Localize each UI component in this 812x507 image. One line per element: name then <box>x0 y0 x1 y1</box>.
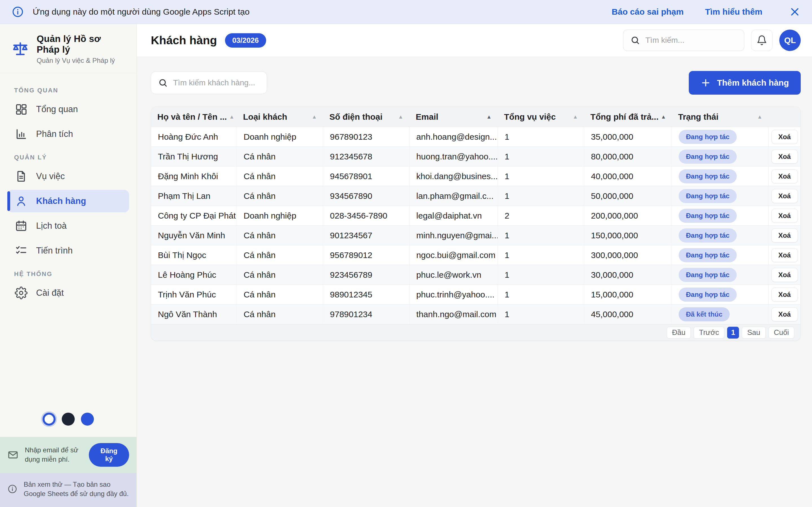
theme-dot-blue[interactable] <box>81 413 94 426</box>
cell-name: Công ty CP Đại Phát <box>151 206 237 225</box>
column-label: Trạng thái <box>678 112 718 122</box>
cell-cases: 1 <box>498 166 584 186</box>
checklist-icon <box>15 244 28 257</box>
status-badge: Đang hợp tác <box>679 248 737 262</box>
bell-icon <box>756 35 767 46</box>
delete-button[interactable]: Xoá <box>771 288 798 302</box>
info-circle-icon <box>7 484 17 494</box>
cell-type: Cá nhân <box>237 226 323 245</box>
table-row: Nguyễn Văn Minh Cá nhân 901234567 minh.n… <box>151 226 801 245</box>
sort-arrow-icon: ▲ <box>398 114 403 120</box>
cell-fees: 50,000,000 <box>584 186 672 206</box>
cell-status: Đang hợp tác <box>672 166 769 186</box>
avatar[interactable]: QL <box>779 30 801 51</box>
column-label: Số điện thoại <box>329 112 382 122</box>
delete-button[interactable]: Xoá <box>771 307 798 321</box>
cell-name: Nguyễn Văn Minh <box>151 226 237 245</box>
cell-cases: 1 <box>498 226 584 245</box>
calendar-icon <box>15 219 28 232</box>
column-header[interactable]: Loại khách ▲ <box>237 107 323 127</box>
column-header[interactable]: Trạng thái ▲ <box>672 107 769 127</box>
column-label: Họ và tên / Tên ... <box>157 112 227 122</box>
cell-phone: 912345678 <box>323 147 409 166</box>
table-row: Trần Thị Hương Cá nhân 912345678 huong.t… <box>151 147 801 166</box>
notifications-button[interactable] <box>751 30 772 51</box>
sidebar-item-lich-toa[interactable]: Lịch toà <box>7 215 129 237</box>
app-logo-block: Quản lý Hồ sơ Pháp lý Quản lý Vụ việc & … <box>0 24 137 73</box>
preview-note-text: Bản xem thử — Tạo bản sao Google Sheets … <box>24 480 129 499</box>
cell-phone: 967890123 <box>323 127 409 147</box>
cell-status: Đang hợp tác <box>672 265 769 284</box>
sidebar-item-cai-dat[interactable]: Cài đặt <box>7 282 129 304</box>
avatar-initials: QL <box>784 36 796 45</box>
sidebar-item-label: Lịch toà <box>36 221 67 231</box>
cell-email: thanh.ngo@mail.com <box>410 304 498 324</box>
envelope-icon <box>7 449 18 460</box>
sort-arrow-icon: ▲ <box>486 114 492 120</box>
sidebar-item-khach-hang[interactable]: Khách hàng <box>7 190 129 212</box>
cell-email: lan.pham@gmail.c... <box>410 186 498 206</box>
pagination-prev-button[interactable]: Trước <box>694 327 724 339</box>
add-customer-button[interactable]: Thêm khách hàng <box>689 71 801 95</box>
cell-phone: 945678901 <box>323 166 409 186</box>
cell-email: phuc.le@work.vn <box>410 265 498 284</box>
pagination-last-button[interactable]: Cuối <box>769 327 794 339</box>
cell-fees: 300,000,000 <box>584 245 672 265</box>
cell-type: Cá nhân <box>237 147 323 166</box>
column-header[interactable]: Tổng phí đã trả... ▲ <box>584 107 672 127</box>
nav-section-system: HỆ THỐNG <box>14 270 129 278</box>
register-button[interactable]: Đăng ký <box>89 443 129 467</box>
status-badge: Đang hợp tác <box>679 268 737 282</box>
gear-icon <box>15 286 28 299</box>
learn-more-link[interactable]: Tìm hiểu thêm <box>705 7 762 17</box>
sidebar-item-vu-viec[interactable]: Vụ việc <box>7 165 129 187</box>
delete-button[interactable]: Xoá <box>771 169 798 183</box>
delete-button[interactable]: Xoá <box>771 150 798 164</box>
plus-icon <box>701 78 711 88</box>
content-area: Thêm khách hàng Họ và tên / Tên ... ▲ Lo… <box>137 57 812 507</box>
pagination-first-button[interactable]: Đầu <box>667 327 691 339</box>
cell-phone: 956789012 <box>323 245 409 265</box>
column-header[interactable]: Họ và tên / Tên ... ▲ <box>151 107 237 127</box>
theme-dot-dark[interactable] <box>62 413 75 426</box>
cell-cases: 1 <box>498 285 584 304</box>
close-icon[interactable] <box>790 6 800 17</box>
delete-button[interactable]: Xoá <box>771 209 798 223</box>
theme-dot-white[interactable] <box>43 413 56 426</box>
table-row: Công ty CP Đại Phát Doanh nghiệp 028-345… <box>151 206 801 226</box>
delete-button[interactable]: Xoá <box>771 268 798 282</box>
cell-email: anh.hoang@design.... <box>410 127 498 147</box>
column-header[interactable]: Email ▲ <box>410 107 498 127</box>
sidebar-item-tong-quan[interactable]: Tổng quan <box>7 98 129 121</box>
cell-cases: 1 <box>498 245 584 265</box>
cell-actions: Xoá <box>769 206 801 225</box>
cell-fees: 15,000,000 <box>584 285 672 304</box>
user-icon <box>15 194 28 208</box>
document-icon <box>15 170 28 183</box>
pagination-current-page[interactable]: 1 <box>727 327 739 339</box>
sidebar-item-tien-trinh[interactable]: Tiến trình <box>7 239 129 262</box>
search-icon <box>630 35 640 45</box>
column-header[interactable]: Số điện thoại ▲ <box>323 107 409 127</box>
delete-button[interactable]: Xoá <box>771 248 798 262</box>
cell-email: legal@daiphat.vn <box>410 206 498 225</box>
status-badge: Đang hợp tác <box>679 169 737 183</box>
cell-cases: 1 <box>498 304 584 324</box>
column-header[interactable]: Tổng vụ việc ▲ <box>498 107 584 127</box>
global-search-input[interactable] <box>645 36 737 45</box>
delete-button[interactable]: Xoá <box>771 189 798 203</box>
cell-fees: 35,000,000 <box>584 127 672 147</box>
report-abuse-link[interactable]: Báo cáo sai phạm <box>612 7 684 17</box>
delete-button[interactable]: Xoá <box>771 130 798 144</box>
customer-search-input[interactable] <box>173 78 260 87</box>
pagination-next-button[interactable]: Sau <box>742 327 765 339</box>
sort-arrow-icon: ▲ <box>229 114 235 120</box>
info-icon <box>12 6 24 18</box>
column-header[interactable] <box>769 107 801 127</box>
cell-fees: 80,000,000 <box>584 147 672 166</box>
cell-phone: 934567890 <box>323 186 409 206</box>
delete-button[interactable]: Xoá <box>771 228 798 242</box>
sidebar-item-label: Khách hàng <box>36 196 86 206</box>
cell-status: Đang hợp tác <box>672 285 769 304</box>
sidebar-item-phan-tich[interactable]: Phân tích <box>7 123 129 145</box>
